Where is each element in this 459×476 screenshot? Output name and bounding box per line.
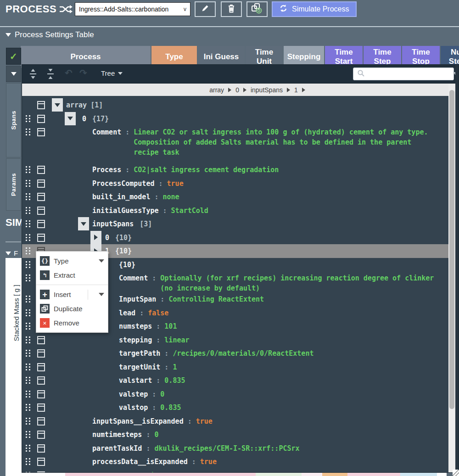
process-select[interactable]: Ingress::Add-Salts::carbonation v <box>75 2 190 16</box>
tree-row[interactable]: valstop : 0.835 <box>22 401 448 414</box>
tree-row[interactable]: Process : CO2|salt ingress cement degrad… <box>22 163 448 177</box>
process-settings-section-header[interactable]: Process Settings Table <box>6 30 94 39</box>
collapsed-section-header[interactable]: F <box>6 249 18 257</box>
expand-expander-icon[interactable] <box>90 231 101 244</box>
table-view-icon[interactable] <box>37 349 45 358</box>
table-view-icon[interactable] <box>37 471 45 473</box>
tree-row[interactable]: targetUnit : 1 <box>22 360 448 374</box>
menu-item-insert[interactable]: +Insert <box>36 287 108 302</box>
table-view-icon[interactable] <box>37 193 45 201</box>
breadcrumb-item[interactable]: inputSpans <box>251 86 283 94</box>
table-view-icon[interactable] <box>37 166 45 174</box>
drag-handle-icon[interactable] <box>26 472 31 473</box>
tree-mode-dropdown[interactable]: Tree <box>101 69 123 77</box>
tree-row[interactable]: inputSpans__isExpanded : true <box>22 414 448 428</box>
drag-handle-icon[interactable] <box>26 220 31 228</box>
breadcrumb-item[interactable]: 0 <box>235 86 239 94</box>
table-view-icon[interactable] <box>37 336 45 344</box>
menu-item-extract[interactable]: ↰Extract <box>36 268 108 282</box>
table-view-icon[interactable] <box>37 390 45 398</box>
search-input[interactable] <box>368 70 450 78</box>
edit-button[interactable] <box>195 1 216 17</box>
drag-handle-icon[interactable] <box>26 350 31 357</box>
tree-row[interactable]: 0{10} <box>22 231 448 245</box>
drag-handle-icon[interactable] <box>26 309 31 317</box>
expand-all-icon[interactable] <box>28 68 39 79</box>
tree-row[interactable]: valstart : 0.835 <box>22 374 448 387</box>
drag-handle-icon[interactable] <box>26 261 31 269</box>
table-view-icon[interactable] <box>37 128 45 136</box>
collapse-expander-icon[interactable] <box>52 98 63 112</box>
table-view-icon[interactable] <box>37 403 45 412</box>
table-view-icon[interactable] <box>37 207 45 215</box>
drag-handle-icon[interactable] <box>26 180 31 187</box>
copy-watch-button[interactable] <box>246 1 268 17</box>
collapse-expander-icon[interactable] <box>78 217 89 230</box>
drag-handle-icon[interactable] <box>26 377 31 384</box>
tree-row[interactable]: processData__isExpanded : true <box>22 455 448 469</box>
table-view-icon[interactable] <box>37 115 45 123</box>
drag-handle-icon[interactable] <box>26 296 31 303</box>
tree-row[interactable]: ProcessComputed : true <box>22 177 448 190</box>
table-view-icon[interactable] <box>37 234 45 242</box>
menu-item-type[interactable]: {}Type <box>36 254 108 268</box>
drag-handle-icon[interactable] <box>26 364 31 371</box>
breadcrumb-item[interactable]: array <box>209 86 224 94</box>
drag-handle-icon[interactable] <box>26 166 31 174</box>
drag-handle-icon[interactable] <box>26 129 31 136</box>
row-check-cell[interactable]: ✓ <box>6 48 21 65</box>
drag-handle-icon[interactable] <box>26 458 31 465</box>
table-view-icon[interactable] <box>37 376 45 385</box>
drag-handle-icon[interactable] <box>26 115 31 123</box>
drag-handle-icon[interactable] <box>26 404 31 411</box>
drag-handle-icon[interactable] <box>26 247 31 255</box>
scrollbar-thumb[interactable] <box>449 90 454 409</box>
table-view-icon[interactable] <box>37 220 45 228</box>
menu-item-duplicate[interactable]: Duplicate <box>36 302 108 316</box>
tab-spans[interactable]: Spans <box>6 83 21 157</box>
tree-row[interactable]: processType : ingress <box>22 469 448 473</box>
simulate-process-button[interactable]: Simulate Process <box>272 1 357 17</box>
drag-handle-icon[interactable] <box>26 418 31 425</box>
scrollbar-track[interactable] <box>448 84 455 472</box>
resize-grip[interactable] <box>453 470 459 476</box>
drag-handle-icon[interactable] <box>26 193 31 201</box>
breadcrumb-item[interactable]: 1 <box>294 86 298 94</box>
tree-row[interactable]: inputSpans[3] <box>22 217 448 231</box>
drag-handle-icon[interactable] <box>26 274 31 282</box>
tree-row[interactable]: Comment : Linear CO2 or salt ingress int… <box>22 125 448 163</box>
shuffle-icon[interactable] <box>59 5 73 16</box>
drag-handle-icon[interactable] <box>26 445 31 452</box>
breadcrumb-separator-icon <box>287 88 290 92</box>
tree-row[interactable]: 0{17} <box>22 112 448 126</box>
drag-handle-icon[interactable] <box>26 323 31 330</box>
tree-row[interactable]: numtimesteps : 0 <box>22 428 448 442</box>
undo-icon[interactable]: ↶ <box>65 67 73 78</box>
drag-handle-icon[interactable] <box>26 431 31 438</box>
table-view-icon[interactable] <box>37 363 45 371</box>
table-view-icon[interactable] <box>37 431 45 439</box>
tree-row[interactable]: built_in_model : none <box>22 190 448 204</box>
drag-handle-icon[interactable] <box>26 207 31 214</box>
tree-row[interactable]: valstep : 0 <box>22 387 448 401</box>
tree-row[interactable]: initialGuessType : StartCold <box>22 204 448 218</box>
tree-row[interactable]: array[1] <box>22 98 448 112</box>
table-view-icon[interactable] <box>37 179 45 188</box>
delete-button[interactable] <box>221 1 242 17</box>
table-view-icon[interactable] <box>37 101 45 109</box>
row-expand-cell[interactable] <box>6 66 21 82</box>
collapse-all-icon[interactable] <box>45 68 56 79</box>
table-view-icon[interactable] <box>37 458 45 466</box>
tab-params[interactable]: Params <box>6 158 21 211</box>
tree-row[interactable]: stepping : linear <box>22 333 448 347</box>
redo-icon[interactable]: ↷ <box>79 67 87 78</box>
tree-row[interactable]: targetPath : /recipes/0/materials/0/Reac… <box>22 347 448 360</box>
drag-handle-icon[interactable] <box>26 391 31 398</box>
drag-handle-icon[interactable] <box>26 336 31 344</box>
table-view-icon[interactable] <box>37 417 45 426</box>
tree-row[interactable]: parentTaskId : dkulik_recipes/CEM-I-SR::… <box>22 442 448 455</box>
table-view-icon[interactable] <box>37 444 45 453</box>
collapse-expander-icon[interactable] <box>65 112 76 125</box>
menu-item-remove[interactable]: ✕Remove <box>36 316 108 330</box>
drag-handle-icon[interactable] <box>26 234 31 241</box>
